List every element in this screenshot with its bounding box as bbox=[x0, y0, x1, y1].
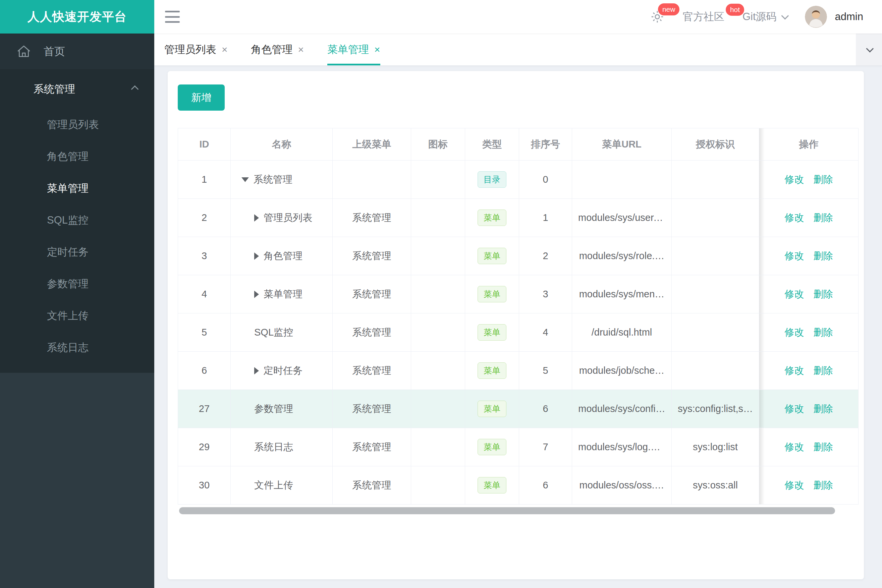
cell-url: modules/sys/confi… bbox=[572, 390, 672, 428]
delete-link[interactable]: 删除 bbox=[814, 174, 833, 185]
user-menu[interactable]: admin bbox=[805, 6, 863, 28]
cell-name: 系统日志 bbox=[231, 428, 333, 466]
tree-node: 系统日志 bbox=[237, 441, 326, 454]
new-badge: new bbox=[658, 3, 680, 15]
tab[interactable]: 菜单管理× bbox=[327, 33, 380, 65]
cell-perms: sys:log:list bbox=[672, 428, 759, 466]
type-badge: 菜单 bbox=[478, 210, 506, 226]
cell-actions: 修改删除 bbox=[759, 314, 858, 352]
edit-link[interactable]: 修改 bbox=[785, 365, 804, 376]
tab-close-icon[interactable]: × bbox=[222, 45, 228, 55]
horizontal-scrollbar bbox=[178, 507, 854, 514]
delete-link[interactable]: 删除 bbox=[814, 365, 833, 376]
git-source-link[interactable]: Git源码 bbox=[742, 10, 787, 24]
cell-order: 6 bbox=[519, 390, 572, 428]
column-header: 授权标识 bbox=[672, 128, 759, 160]
sidebar-item[interactable]: 管理员列表 bbox=[0, 109, 154, 141]
tree-expand-icon[interactable] bbox=[254, 367, 259, 375]
sidebar-group-label: 系统管理 bbox=[33, 82, 75, 96]
cell-url bbox=[572, 160, 672, 199]
sidebar-item[interactable]: 角色管理 bbox=[0, 141, 154, 172]
sidebar-item[interactable]: 定时任务 bbox=[0, 236, 154, 268]
table-row: 2管理员列表系统管理菜单1modules/sys/user.…修改删除 bbox=[178, 199, 858, 237]
tree-expand-icon[interactable] bbox=[254, 291, 259, 298]
column-header: 图标 bbox=[411, 128, 465, 160]
cell-type: 菜单 bbox=[465, 314, 519, 352]
tree-expand-icon[interactable] bbox=[254, 214, 259, 222]
scrollbar-thumb[interactable] bbox=[179, 507, 835, 514]
edit-link[interactable]: 修改 bbox=[785, 403, 804, 414]
tabs-dropdown-button[interactable] bbox=[856, 33, 882, 65]
cell-type: 菜单 bbox=[465, 275, 519, 314]
cell-id: 30 bbox=[178, 466, 231, 504]
tree-expand-icon[interactable] bbox=[254, 252, 259, 260]
delete-link[interactable]: 删除 bbox=[814, 250, 833, 261]
tab-close-icon[interactable]: × bbox=[298, 45, 304, 55]
table-row: 5SQL监控系统管理菜单4/druid/sql.html修改删除 bbox=[178, 314, 858, 352]
delete-link[interactable]: 删除 bbox=[814, 480, 833, 490]
tree-collapse-icon[interactable] bbox=[242, 177, 249, 182]
sidebar-item-home[interactable]: 首页 bbox=[0, 33, 154, 70]
sidebar-toggle-icon[interactable] bbox=[165, 11, 180, 23]
tab[interactable]: 管理员列表× bbox=[164, 33, 228, 65]
cell-actions: 修改删除 bbox=[759, 428, 858, 466]
sidebar-item[interactable]: 参数管理 bbox=[0, 268, 154, 300]
cell-name: 系统管理 bbox=[231, 160, 333, 199]
edit-link[interactable]: 修改 bbox=[785, 480, 804, 490]
cell-parent: 系统管理 bbox=[333, 275, 411, 314]
edit-link[interactable]: 修改 bbox=[785, 441, 804, 452]
cell-icon bbox=[411, 160, 465, 199]
delete-link[interactable]: 删除 bbox=[814, 327, 833, 338]
cell-type: 菜单 bbox=[465, 390, 519, 428]
delete-link[interactable]: 删除 bbox=[814, 289, 833, 299]
edit-link[interactable]: 修改 bbox=[785, 327, 804, 338]
add-button[interactable]: 新增 bbox=[178, 84, 225, 111]
delete-link[interactable]: 删除 bbox=[814, 403, 833, 414]
avatar bbox=[805, 6, 827, 28]
cell-id: 27 bbox=[178, 390, 231, 428]
edit-link[interactable]: 修改 bbox=[785, 250, 804, 261]
username-label: admin bbox=[835, 11, 863, 23]
main-area: 管理员列表×角色管理×菜单管理× 新增 ID名称上级菜单图标类型排序号菜单URL… bbox=[154, 33, 882, 588]
menu-name: 管理员列表 bbox=[264, 211, 312, 225]
sidebar-group-system: 系统管理 管理员列表角色管理菜单管理SQL监控定时任务参数管理文件上传系统日志 bbox=[0, 70, 154, 373]
tree-node: 参数管理 bbox=[237, 402, 326, 416]
table-row: 27参数管理系统管理菜单6modules/sys/confi…sys:confi… bbox=[178, 390, 858, 428]
cell-perms: sys:oss:all bbox=[672, 466, 759, 504]
edit-link[interactable]: 修改 bbox=[785, 174, 804, 185]
cell-icon bbox=[411, 390, 465, 428]
cell-name: 角色管理 bbox=[231, 237, 333, 275]
settings-button[interactable]: new bbox=[650, 9, 665, 24]
cell-icon bbox=[411, 275, 465, 314]
tree-node: 文件上传 bbox=[237, 479, 326, 492]
table-row: 6定时任务系统管理菜单5modules/job/sche…修改删除 bbox=[178, 352, 858, 390]
edit-link[interactable]: 修改 bbox=[785, 289, 804, 299]
tree-node: 角色管理 bbox=[237, 249, 326, 263]
menu-table: ID名称上级菜单图标类型排序号菜单URL授权标识操作 1系统管理目录0修改删除2… bbox=[178, 128, 858, 504]
community-link[interactable]: 官方社区 hot bbox=[683, 10, 724, 24]
sidebar-item[interactable]: 菜单管理 bbox=[0, 172, 154, 204]
cell-id: 2 bbox=[178, 199, 231, 237]
cell-order: 0 bbox=[519, 160, 572, 199]
delete-link[interactable]: 删除 bbox=[814, 212, 833, 223]
community-label: 官方社区 bbox=[683, 10, 724, 24]
type-badge: 菜单 bbox=[478, 362, 506, 379]
sidebar-item[interactable]: SQL监控 bbox=[0, 204, 154, 236]
sidebar-group-title[interactable]: 系统管理 bbox=[0, 70, 154, 109]
sidebar-item[interactable]: 文件上传 bbox=[0, 300, 154, 332]
git-source-label: Git源码 bbox=[742, 10, 777, 24]
cell-url: modules/sys/user.… bbox=[572, 199, 672, 237]
sidebar-item[interactable]: 系统日志 bbox=[0, 332, 154, 363]
edit-link[interactable]: 修改 bbox=[785, 212, 804, 223]
brand-logo: 人人快速开发平台 bbox=[0, 0, 154, 33]
cell-parent: 系统管理 bbox=[333, 237, 411, 275]
menu-name: 系统管理 bbox=[254, 173, 292, 186]
cell-id: 4 bbox=[178, 275, 231, 314]
type-badge: 菜单 bbox=[478, 400, 506, 417]
tab[interactable]: 角色管理× bbox=[251, 33, 304, 65]
cell-name: 参数管理 bbox=[231, 390, 333, 428]
cell-url: modules/oss/oss.… bbox=[572, 466, 672, 504]
cell-icon bbox=[411, 237, 465, 275]
delete-link[interactable]: 删除 bbox=[814, 441, 833, 452]
tab-close-icon[interactable]: × bbox=[374, 45, 380, 55]
